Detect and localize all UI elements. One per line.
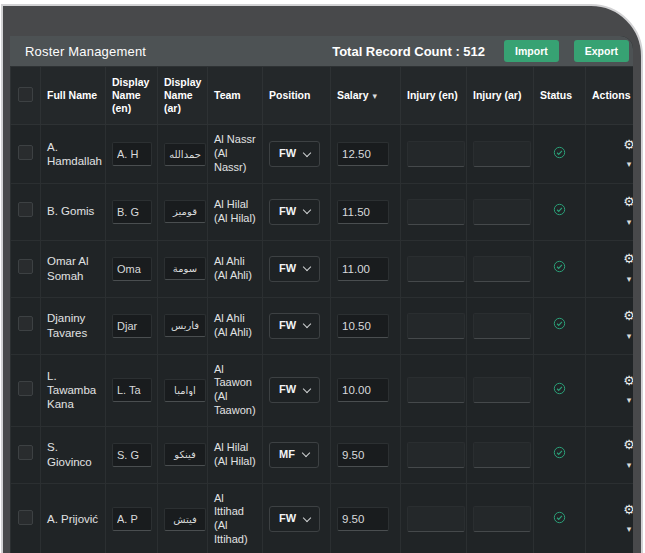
position-select[interactable]: FW [269,199,320,225]
injury-en-input[interactable] [407,377,465,403]
display-name-ar-input[interactable] [164,200,206,223]
position-value: FW [279,147,296,161]
column-header-full-name: Full Name [41,67,106,125]
position-value: FW [279,383,296,397]
settings-cogs-icon[interactable]: ⚙⚙ [623,309,633,322]
position-value: FW [279,512,296,526]
salary-header-label: Salary [337,89,369,101]
injury-ar-input[interactable] [473,256,531,282]
status-active-icon [553,260,566,276]
column-header-injury-en: Injury (en) [401,67,467,125]
full-name-cell: A. Prijović [41,483,106,553]
row-actions-dropdown-icon[interactable]: ▾ [592,524,633,535]
settings-cogs-icon[interactable]: ⚙⚙ [623,195,633,208]
settings-cogs-icon[interactable]: ⚙⚙ [623,374,633,387]
salary-input[interactable] [337,314,389,338]
display-name-en-input[interactable] [112,314,152,338]
display-name-ar-input[interactable] [164,379,206,402]
status-active-icon [553,203,566,219]
settings-cogs-icon[interactable]: ⚙⚙ [623,438,633,451]
injury-en-input[interactable] [407,442,465,468]
injury-ar-input[interactable] [473,199,531,225]
row-actions-dropdown-icon[interactable]: ▾ [592,274,633,285]
injury-ar-input[interactable] [473,313,531,339]
display-name-ar-input[interactable] [164,143,206,166]
row-actions-dropdown-icon[interactable]: ▾ [592,395,633,406]
table-row: B. Gomis Al Hilal (Al Hilal) FW ⚙⚙ ▾ [11,183,634,240]
settings-cogs-icon[interactable]: ⚙⚙ [623,252,633,265]
injury-en-input[interactable] [407,256,465,282]
column-header-team: Team [208,67,263,125]
export-button[interactable]: Export [574,40,629,62]
position-select[interactable]: FW [269,256,320,282]
salary-input[interactable] [337,378,389,402]
injury-en-input[interactable] [407,199,465,225]
settings-cogs-icon[interactable]: ⚙⚙ [623,138,633,151]
table-row: A. Hamdallah Al Nassr (Al Nassr) FW ⚙⚙ ▾ [11,125,634,183]
injury-en-input[interactable] [407,313,465,339]
salary-input[interactable] [337,257,389,281]
position-value: FW [279,205,296,219]
position-select[interactable]: FW [269,377,320,403]
table-body: A. Hamdallah Al Nassr (Al Nassr) FW ⚙⚙ ▾ [11,125,634,553]
position-value: FW [279,262,296,276]
injury-en-input[interactable] [407,141,465,167]
salary-input[interactable] [337,200,389,224]
full-name-cell: Djaniny Tavares [41,297,106,354]
injury-ar-input[interactable] [473,141,531,167]
row-checkbox[interactable] [18,381,33,396]
team-cell: Al Hilal (Al Hilal) [208,183,263,240]
injury-ar-input[interactable] [473,442,531,468]
row-checkbox[interactable] [18,510,33,525]
display-name-ar-input[interactable] [164,443,206,466]
position-select[interactable]: FW [269,141,320,167]
import-button[interactable]: Import [504,40,559,62]
display-name-ar-input[interactable] [164,508,206,531]
chevron-down-icon [303,513,311,521]
salary-input[interactable] [337,507,389,531]
display-name-en-input[interactable] [112,200,152,224]
display-name-ar-input[interactable] [164,257,206,280]
titlebar-actions: Total Record Count : 512 Import Export [332,40,629,62]
row-checkbox[interactable] [18,445,33,460]
chevron-down-icon [303,263,311,271]
row-checkbox[interactable] [18,259,33,274]
row-actions-dropdown-icon[interactable]: ▾ [592,159,633,170]
row-checkbox[interactable] [18,316,33,331]
table-header-row: Full Name Display Name (en) Display Name… [11,67,634,125]
settings-cogs-icon[interactable]: ⚙⚙ [623,503,633,516]
table-row: L. Tawamba Kana Al Taawon (Al Taawon) FW… [11,354,634,426]
salary-input[interactable] [337,142,389,166]
display-name-en-input[interactable] [112,443,152,467]
table-row: S. Giovinco Al Hilal (Al Hilal) MF ⚙⚙ ▾ [11,426,634,483]
injury-en-input[interactable] [407,506,465,532]
display-name-en-input[interactable] [112,378,152,402]
column-header-salary-sort[interactable]: Salary▾ [331,67,401,125]
total-record-count: Total Record Count : 512 [332,44,485,59]
column-header-display-name-en: Display Name (en) [106,67,158,125]
display-name-en-input[interactable] [112,507,152,531]
injury-ar-input[interactable] [473,377,531,403]
display-name-en-input[interactable] [112,142,152,166]
team-cell: Al Hilal (Al Hilal) [208,426,263,483]
row-checkbox[interactable] [18,145,33,160]
team-cell: Al Taawon (Al Taawon) [208,354,263,426]
row-actions-dropdown-icon[interactable]: ▾ [592,217,633,228]
full-name-cell: L. Tawamba Kana [41,354,106,426]
position-select[interactable]: MF [269,442,319,468]
chevron-down-icon [303,206,311,214]
app-screen: Roster Management Total Record Count : 5… [10,36,633,553]
column-header-injury-ar: Injury (ar) [467,67,534,125]
team-cell: Al Ahli (Al Ahli) [208,240,263,297]
display-name-en-input[interactable] [112,257,152,281]
position-select[interactable]: FW [269,313,320,339]
injury-ar-input[interactable] [473,506,531,532]
row-actions-dropdown-icon[interactable]: ▾ [592,331,633,342]
row-actions-dropdown-icon[interactable]: ▾ [592,460,633,471]
salary-input[interactable] [337,443,389,467]
select-all-checkbox[interactable] [18,87,33,102]
row-checkbox[interactable] [18,202,33,217]
display-name-ar-input[interactable] [164,314,206,337]
position-select[interactable]: FW [269,506,320,532]
sort-desc-icon: ▾ [373,91,378,101]
